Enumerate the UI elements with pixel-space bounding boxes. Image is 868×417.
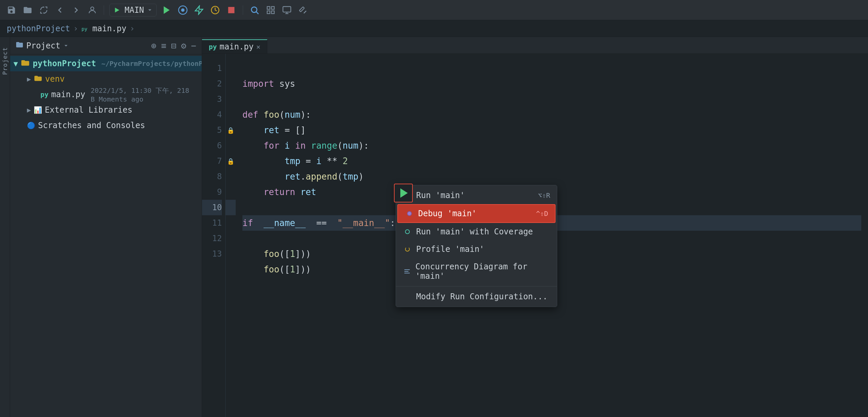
filter-icon[interactable]: ⊟ — [171, 41, 177, 51]
search-everywhere-icon[interactable] — [248, 4, 260, 16]
svg-marker-4 — [195, 6, 203, 14]
popup-profile-item[interactable]: Profile 'main' — [396, 240, 557, 258]
project-toolbar-icons: ⊕ ≡ ⊟ ⚙ − — [151, 41, 196, 51]
collapse-icon[interactable]: ≡ — [161, 41, 166, 51]
venv-item[interactable]: ▶ venv — [10, 71, 202, 87]
gutter-4 — [225, 107, 236, 123]
gutter: 🔒 🔒 — [225, 54, 236, 417]
venv-arrow: ▶ — [27, 75, 31, 83]
sync-icon[interactable] — [38, 4, 50, 16]
gutter-2 — [225, 76, 236, 92]
tab-py-icon: py — [209, 43, 217, 51]
tab-label: main.py — [219, 42, 253, 51]
project-dropdown-icon[interactable] — [63, 43, 69, 49]
close-panel-icon[interactable]: − — [191, 41, 196, 51]
popup-run-item[interactable]: Run 'main' ⌥⇧R — [396, 187, 557, 204]
popup-debug-shortcut: ^⇧D — [536, 209, 548, 217]
line-numbers: 1 2 3 4 5 6 7 8 9 10 11 12 13 — [202, 54, 225, 417]
scratches-icon: 🔵 — [27, 121, 35, 130]
toolbar-separator-2 — [243, 5, 243, 15]
project-toolbar: Project ⊕ ≡ ⊟ ⚙ − — [10, 37, 202, 55]
popup-profile-icon — [403, 244, 412, 254]
svg-point-0 — [91, 7, 94, 10]
svg-marker-1 — [115, 7, 120, 12]
code-editor[interactable]: 1 2 3 4 5 6 7 8 9 10 11 12 13 🔒 — [202, 54, 868, 417]
project-tree: ▼ pythonProject ~/PycharmProjects/python… — [10, 55, 202, 417]
breadcrumb-sep-2: › — [130, 24, 134, 33]
folder-icon[interactable] — [22, 4, 34, 16]
gutter-9 — [225, 184, 236, 200]
popup-concurrency-icon — [403, 267, 411, 276]
popup-run-shortcut: ⌥⇧R — [538, 192, 550, 200]
project-label: Project — [26, 41, 60, 50]
main-toolbar: MAIN — [0, 0, 868, 20]
ide-settings-icon[interactable] — [265, 4, 277, 16]
main-py-item[interactable]: py main.py 2022/1/5, 11:30 下午, 218 B Mom… — [10, 87, 202, 102]
popup-debug-icon — [405, 209, 414, 218]
gutter-11 — [225, 215, 236, 231]
user-icon[interactable] — [86, 4, 98, 16]
breadcrumb-project[interactable]: pythonProject — [7, 24, 70, 33]
svg-text:py: py — [82, 26, 88, 31]
stop-button[interactable] — [225, 4, 237, 16]
save-icon[interactable] — [5, 4, 18, 16]
main-py-icon: py — [82, 25, 89, 32]
breadcrumb-sep-1: › — [73, 24, 78, 33]
popup-modify-icon — [403, 292, 412, 301]
back-icon[interactable] — [54, 4, 66, 16]
popup-concurrency-item[interactable]: Concurrency Diagram for 'main' — [396, 258, 557, 285]
main-py-meta: 2022/1/5, 11:30 下午, 218 B Moments ago — [91, 86, 196, 103]
project-panel: Project ⊕ ≡ ⊟ ⚙ − ▼ pythonProject ~/Pych… — [10, 37, 202, 417]
locate-icon[interactable]: ⊕ — [151, 41, 157, 51]
gutter-7: 🔒 — [225, 153, 236, 169]
ext-libs-icon: 📊 — [34, 106, 42, 114]
svg-rect-10 — [271, 6, 274, 9]
root-folder-icon — [21, 59, 30, 69]
popup-debug-label: Debug 'main' — [418, 209, 476, 218]
popup-coverage-item[interactable]: Run 'main' with Coverage — [396, 223, 557, 240]
run-button[interactable] — [161, 4, 173, 16]
root-path: ~/PycharmProjects/pythonProject — [101, 60, 202, 68]
project-root-item[interactable]: ▼ pythonProject ~/PycharmProjects/python… — [10, 56, 202, 71]
profile-button[interactable] — [209, 4, 221, 16]
breadcrumb-file[interactable]: main.py — [92, 24, 126, 33]
settings-icon[interactable]: ⚙ — [181, 41, 187, 51]
debug-button[interactable] — [177, 4, 189, 16]
popup-modify-item[interactable]: Modify Run Configuration... — [396, 288, 557, 305]
svg-rect-11 — [271, 11, 274, 13]
main-py-tab[interactable]: py main.py ✕ — [202, 39, 267, 54]
side-strip: Project — [0, 37, 10, 417]
run-configuration[interactable]: MAIN — [110, 4, 157, 16]
tab-close-icon[interactable]: ✕ — [256, 43, 260, 51]
coverage-button[interactable] — [193, 4, 205, 16]
ext-libs-item[interactable]: ▶ 📊 External Libraries — [10, 102, 202, 118]
venv-label: venv — [45, 74, 65, 84]
root-name: pythonProject — [33, 59, 96, 68]
project-title: Project — [16, 41, 147, 51]
popup-separator — [396, 286, 557, 286]
svg-rect-6 — [228, 7, 234, 13]
scratches-item[interactable]: 🔵 Scratches and Consoles — [10, 118, 202, 133]
forward-icon[interactable] — [70, 4, 82, 16]
gutter-8 — [225, 169, 236, 184]
popup-concurrency-label: Concurrency Diagram for 'main' — [415, 262, 550, 281]
popup-coverage-icon — [403, 227, 412, 236]
run-manager-icon[interactable] — [281, 4, 293, 16]
breadcrumb: pythonProject › py main.py › — [0, 20, 868, 37]
venv-folder-icon — [34, 74, 42, 84]
gutter-1 — [225, 61, 236, 76]
svg-line-8 — [256, 12, 258, 14]
svg-point-3 — [182, 9, 184, 11]
toolbar-separator-1 — [104, 5, 104, 15]
popup-profile-label: Profile 'main' — [416, 244, 484, 254]
play-overlay-button[interactable] — [394, 184, 413, 203]
gutter-12 — [225, 231, 236, 246]
play-triangle-icon — [400, 188, 408, 198]
project-side-label[interactable]: Project — [1, 47, 8, 75]
gutter-10 — [225, 200, 236, 215]
plugin-icon[interactable] — [297, 4, 309, 16]
svg-rect-12 — [267, 11, 270, 13]
svg-rect-9 — [267, 6, 270, 9]
popup-debug-item[interactable]: Debug 'main' ^⇧D — [397, 204, 556, 223]
editor-tabs: py main.py ✕ — [202, 37, 868, 54]
